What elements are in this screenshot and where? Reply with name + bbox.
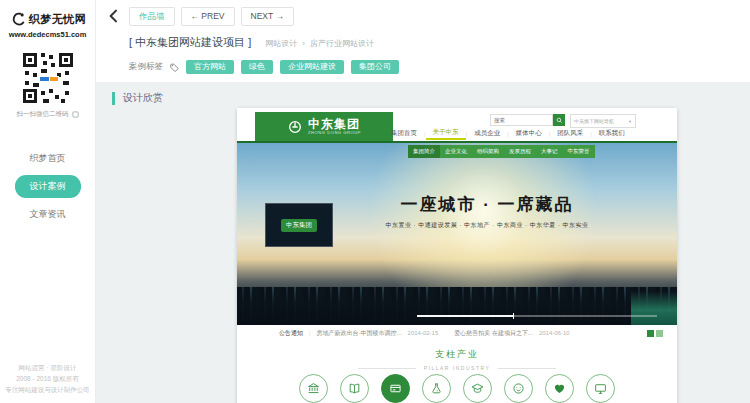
hero-video-thumbnail: 中东集团: [265, 203, 333, 247]
smile-icon: [504, 374, 533, 403]
news-date-1: 2014-02-15: [408, 330, 439, 336]
site-nav-about: 关于中东: [426, 128, 466, 140]
ticker-pager: [647, 330, 663, 337]
footer-line-1: 网站运营 · 星阶设计: [0, 362, 95, 373]
graduation-cap-icon: [463, 374, 492, 403]
site-nav-home: 集团首页: [384, 129, 424, 138]
news-ticker: 公告通知 | 房地产新政出台·中国楼市调控... 2014-02-15 爱心慈善…: [237, 325, 677, 341]
book-icon: [340, 374, 369, 403]
site-logo-url: www.dedecms51.com: [0, 30, 95, 39]
skyline-green-buildings: [631, 291, 677, 325]
news-date-2: 2014-06-10: [539, 330, 570, 336]
finance-card-icon: [381, 374, 410, 403]
dedecms-logo-icon: [9, 10, 27, 28]
tags-row: 案例标签 官方网站 绿色 企业网站建设 集团公司: [129, 60, 399, 74]
footer-line-3: 专注网站建设与设计制作公司: [0, 384, 95, 395]
site-logo-title: 织梦无忧网: [29, 12, 87, 27]
breadcrumb-current[interactable]: 房产行业网站设计: [310, 38, 374, 49]
pagination-controls: 作品墙 ← PREV NEXT →: [129, 7, 294, 26]
city-skyline: [237, 287, 677, 325]
slider-handle: [513, 313, 514, 319]
hero-slider: [417, 315, 657, 317]
pager-dot-2: [656, 330, 663, 337]
title-row: [ 中东集团网站建设项目 ] 网站设计 › 房产行业网站设计: [129, 35, 374, 50]
tag-green[interactable]: 绿色: [241, 60, 273, 74]
heart-icon: [545, 374, 574, 403]
subnav-item-1: 集团简介: [408, 145, 440, 158]
subnav-item-5: 大事记: [536, 145, 563, 158]
footer-line-2: 2008 - 2016 版权所有: [0, 373, 95, 384]
site-nav-select: 中东旗下网站导航 ▼: [570, 114, 636, 128]
qr-caption: 扫一扫微信二维码: [0, 110, 95, 119]
tag-icon: [170, 63, 179, 72]
tag-official-site[interactable]: 官方网站: [186, 60, 234, 74]
site-nav-team: 团队风采: [550, 129, 590, 138]
flask-icon: [422, 374, 451, 403]
hero-text: 一座城市 · 一席藏品 中东置业 · 中通建设发展 · 中东地产 · 中东商业 …: [307, 193, 667, 230]
subnav-item-2: 企业文化: [440, 145, 472, 158]
pillar-section-header: 支柱产业 PILLAR INDUSTRY: [237, 348, 677, 371]
video-label: 中东集团: [281, 219, 317, 232]
tag-group-company[interactable]: 集团公司: [351, 60, 399, 74]
news-item-1: 房地产新政出台·中国楼市调控...: [317, 329, 402, 338]
monitor-icon: [586, 374, 615, 403]
sidebar-item-articles[interactable]: 文章资讯: [30, 205, 66, 224]
hero-slogan: 一座城市 · 一席藏品: [307, 193, 667, 216]
zhongdong-logo-subtext: ZHONG DONG GROUP: [308, 130, 361, 135]
ticker-label: 公告通知: [279, 329, 303, 338]
site-nav-members: 成员企业: [467, 129, 507, 138]
sidebar: 织梦无忧网 www.dedecms51.com 扫一扫微信二维码: [0, 0, 96, 403]
site-logo[interactable]: 织梦无忧网: [0, 10, 95, 28]
pager-dot-1: [647, 330, 654, 337]
subnav-item-3: 组织架构: [472, 145, 504, 158]
news-item-2: 爱心慈善拍卖 在建项目之下...: [454, 329, 533, 338]
wechat-qr-code: [21, 51, 75, 105]
divider-line-right: [498, 368, 556, 369]
project-title: [ 中东集团网站建设项目 ]: [129, 35, 251, 50]
hero-banner: 集团简介 企业文化 组织架构 发展历程 大事记 中东荣誉 一座城市 · 一席藏品…: [237, 143, 677, 325]
wechat-icon: [72, 111, 79, 118]
zhongdong-logo: 中东集团 ZHONG DONG GROUP: [255, 112, 393, 141]
sidebar-item-design-cases[interactable]: 设计案例: [15, 175, 81, 198]
site-search-input: [490, 114, 553, 126]
site-search-button: [553, 114, 565, 126]
pillar-icon-row: [237, 374, 677, 403]
pillar-title: 支柱产业: [237, 348, 677, 361]
prev-button[interactable]: ← PREV: [181, 7, 235, 26]
subnav-item-6: 中东荣誉: [563, 145, 595, 158]
breadcrumb-separator: ›: [302, 39, 305, 48]
chevron-down-icon: ▼: [628, 119, 632, 124]
page: 织梦无忧网 www.dedecms51.com 扫一扫微信二维码: [0, 0, 750, 403]
tag-enterprise-website[interactable]: 企业网站建设: [280, 60, 344, 74]
chevron-left-icon: [106, 7, 122, 25]
site-subnav: 集团简介 企业文化 组织架构 发展历程 大事记 中东荣誉: [408, 145, 595, 158]
next-button[interactable]: NEXT →: [241, 7, 294, 26]
design-section-header: 设计欣赏: [112, 91, 163, 105]
sidebar-item-home[interactable]: 织梦首页: [30, 149, 66, 168]
back-button[interactable]: [106, 7, 122, 25]
tags-label: 案例标签: [129, 61, 163, 73]
site-nav-contact: 联系我们: [592, 129, 632, 138]
divider-line-left: [358, 368, 416, 369]
subnav-item-4: 发展历程: [504, 145, 536, 158]
section-accent-bar: [112, 92, 115, 105]
sidebar-footer: 网站运营 · 星阶设计 2008 - 2016 版权所有 专注网站建设与设计制作…: [0, 362, 95, 395]
works-wall-button[interactable]: 作品墙: [129, 7, 175, 26]
site-nav: 集团首页| 关于中东| 成员企业| 媒体中心| 团队风采| 联系我们: [384, 126, 632, 141]
hero-subtitle: 中东置业 · 中通建设发展 · 中东地产 · 中东商业 · 中东华夏 · 中东实…: [307, 221, 667, 230]
pillar-subtitle: PILLAR INDUSTRY: [424, 365, 491, 371]
design-preview-image[interactable]: 中东集团 ZHONG DONG GROUP 集团首页| 关于中东| 成员企业| …: [237, 108, 677, 403]
search-icon: [556, 117, 563, 124]
ticker-divider: |: [309, 330, 311, 336]
breadcrumb: 网站设计 › 房产行业网站设计: [265, 38, 374, 49]
breadcrumb-category[interactable]: 网站设计: [265, 38, 297, 49]
pillar-subtitle-row: PILLAR INDUSTRY: [237, 365, 677, 371]
zhongdong-logo-text: 中东集团: [308, 118, 361, 130]
site-nav-media: 媒体中心: [509, 129, 549, 138]
slider-progress: [417, 315, 513, 317]
building-icon: [299, 374, 328, 403]
sidebar-menu: 织梦首页 设计案例 文章资讯: [0, 149, 95, 224]
section-title: 设计欣赏: [123, 91, 163, 105]
site-search: [490, 114, 565, 126]
zhongdong-logo-icon: [287, 119, 303, 135]
